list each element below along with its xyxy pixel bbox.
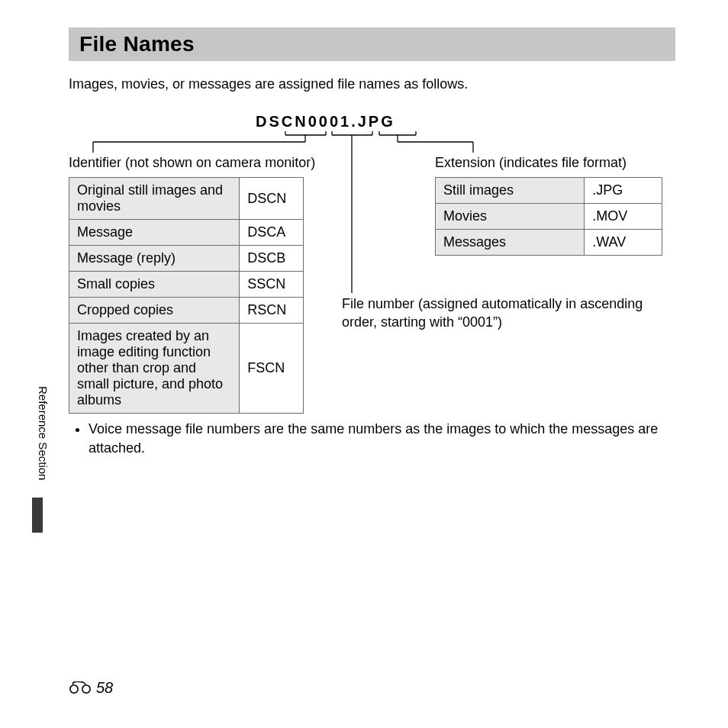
- table-row: Message (reply)DSCB: [69, 246, 304, 272]
- notes: Voice message file numbers are the same …: [70, 420, 665, 458]
- extension-desc: Movies: [436, 204, 585, 230]
- identifier-desc: Images created by an image editing funct…: [69, 324, 240, 414]
- identifier-desc: Message: [69, 220, 240, 246]
- identifier-label: Identifier (not shown on camera monitor): [69, 155, 315, 171]
- extension-label: Extension (indicates file format): [435, 155, 627, 171]
- page-footer: 58: [69, 679, 113, 697]
- svg-point-16: [70, 685, 78, 692]
- identifier-desc: Message (reply): [69, 246, 240, 272]
- intro-text: Images, movies, or messages are assigned…: [69, 76, 468, 92]
- extension-code: .JPG: [585, 178, 662, 204]
- table-row: Still images.JPG: [436, 178, 662, 204]
- extension-desc: Messages: [436, 230, 585, 256]
- identifier-code: DSCA: [240, 220, 304, 246]
- extension-desc: Still images: [436, 178, 585, 204]
- identifier-code: FSCN: [240, 324, 304, 414]
- reference-icon: [69, 681, 95, 695]
- thumb-tab: [32, 498, 43, 533]
- page-number: 58: [96, 679, 113, 697]
- page-title: File Names: [79, 32, 195, 56]
- note-item: Voice message file numbers are the same …: [89, 420, 665, 458]
- heading-bar: File Names: [69, 27, 675, 61]
- table-row: Small copiesSSCN: [69, 272, 304, 298]
- identifier-desc: Small copies: [69, 272, 240, 298]
- example-filename: DSCN0001.JPG: [256, 113, 395, 130]
- table-row: Original still images and moviesDSCN: [69, 178, 304, 220]
- table-row: MessageDSCA: [69, 220, 304, 246]
- table-row: Messages.WAV: [436, 230, 662, 256]
- identifier-code: DSCB: [240, 246, 304, 272]
- manual-page: File Names Images, movies, or messages a…: [0, 0, 728, 728]
- identifier-table: Original still images and moviesDSCN Mes…: [69, 177, 304, 414]
- extension-code: .MOV: [585, 204, 662, 230]
- extension-table: Still images.JPG Movies.MOV Messages.WAV: [435, 177, 662, 256]
- identifier-code: RSCN: [240, 298, 304, 324]
- table-row: Images created by an image editing funct…: [69, 324, 304, 414]
- identifier-code: DSCN: [240, 178, 304, 220]
- identifier-desc: Cropped copies: [69, 298, 240, 324]
- extension-code: .WAV: [585, 230, 662, 256]
- table-row: Movies.MOV: [436, 204, 662, 230]
- identifier-desc: Original still images and movies: [69, 178, 240, 220]
- svg-point-17: [82, 685, 90, 692]
- identifier-code: SSCN: [240, 272, 304, 298]
- table-row: Cropped copiesRSCN: [69, 298, 304, 324]
- file-number-label: File number (assigned automatically in a…: [342, 295, 662, 332]
- section-side-label: Reference Section: [37, 386, 50, 480]
